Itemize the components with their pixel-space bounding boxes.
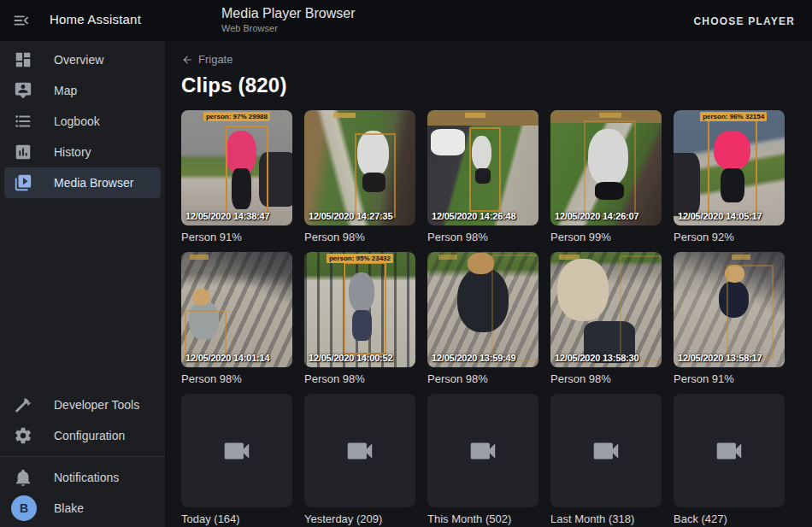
detection-bounding-box xyxy=(226,126,268,218)
clip-thumbnail-patio-kneel[interactable]: 12/05/2020 13:59:49 xyxy=(427,252,538,367)
clip-thumbnail-street-stroller[interactable]: person: 97% 2998812/05/2020 14:38:47 xyxy=(181,110,292,225)
clip-cell: 12/05/2020 13:59:49Person 98% xyxy=(427,252,538,385)
clip-timestamp: 12/05/2020 14:38:47 xyxy=(185,211,269,221)
gear-icon xyxy=(14,426,32,445)
page-header-subtitle: Web Browser xyxy=(221,23,278,33)
sidebar-item-label: History xyxy=(54,145,91,159)
sidebar: OverviewMapLogbookHistoryMedia Browser D… xyxy=(0,41,166,527)
chart-box-icon xyxy=(14,143,32,161)
sidebar-item-label: Overview xyxy=(54,53,103,67)
video-icon xyxy=(713,435,745,467)
clip-timestamp: 12/05/2020 14:00:52 xyxy=(309,353,392,363)
detection-bounding-box xyxy=(584,120,636,217)
folder-tile-last-month-318[interactable] xyxy=(550,394,662,507)
hammer-icon xyxy=(14,395,32,414)
sidebar-divider xyxy=(0,456,165,457)
play-box-multiple-icon xyxy=(14,173,32,192)
clip-timestamp: 12/05/2020 13:58:17 xyxy=(678,353,762,363)
sidebar-item-label: Map xyxy=(54,84,77,97)
sidebar-item-profile[interactable]: B Blake xyxy=(4,493,161,524)
clip-caption: Person 92% xyxy=(674,231,785,243)
folder-cell: Yesterday (209) xyxy=(304,394,415,525)
video-icon xyxy=(344,435,376,467)
clips-grid: person: 97% 2998812/05/2020 14:38:47Pers… xyxy=(181,110,812,525)
clip-timestamp: 12/05/2020 13:58:30 xyxy=(555,353,638,363)
folder-tile-this-month-502[interactable] xyxy=(427,394,538,507)
video-icon xyxy=(221,435,253,467)
clip-timestamp: 12/05/2020 14:05:17 xyxy=(678,211,762,221)
folder-tile-today-164[interactable] xyxy=(181,394,292,507)
sidebar-item-notifications[interactable]: Notifications xyxy=(4,462,161,493)
page-header-title: Media Player Browser xyxy=(221,6,356,21)
clip-thumbnail-street-crossing[interactable]: person: 96% 3215412/05/2020 14:05:17 xyxy=(674,110,785,225)
clip-cell: person: 95% 2343212/05/2020 14:00:52Pers… xyxy=(304,252,415,385)
clip-caption: Person 99% xyxy=(550,231,662,243)
clip-thumbnail-patio-stroller[interactable]: 12/05/2020 13:58:30 xyxy=(550,252,662,367)
clip-thumbnail-porch-step[interactable]: 12/05/2020 14:27:35 xyxy=(304,110,415,225)
clip-thumbnail-garage-front[interactable]: 12/05/2020 14:26:48 xyxy=(427,110,538,225)
sidebar-item-map[interactable]: Map xyxy=(4,75,161,106)
menu-open-icon xyxy=(12,18,31,32)
clip-cell: 12/05/2020 13:58:30Person 98% xyxy=(550,252,662,385)
clip-caption: Person 98% xyxy=(427,372,538,385)
person-figure xyxy=(468,253,494,273)
clip-caption: Person 91% xyxy=(181,231,292,243)
video-icon xyxy=(467,435,499,467)
sidebar-item-label: Notifications xyxy=(54,471,119,484)
sidebar-item-label: Developer Tools xyxy=(54,398,139,412)
clip-caption: Person 98% xyxy=(427,231,538,243)
folder-cell: This Month (502) xyxy=(427,394,538,525)
clip-caption: Person 98% xyxy=(304,372,415,385)
app-header: Home Assistant Media Player Browser Web … xyxy=(0,0,812,41)
clip-caption: Person 98% xyxy=(181,372,292,385)
detection-label: person: 96% 32154 xyxy=(700,112,767,121)
user-avatar: B xyxy=(11,495,37,521)
person-figure xyxy=(557,259,609,321)
breadcrumb-back[interactable]: Frigate xyxy=(181,53,232,66)
clip-cell: 12/05/2020 14:26:48Person 98% xyxy=(427,110,538,243)
clip-cell: person: 96% 3215412/05/2020 14:05:17Pers… xyxy=(674,110,785,243)
clip-timestamp: 12/05/2020 14:01:14 xyxy=(185,353,269,363)
detection-label: person: 95% 23432 xyxy=(327,254,393,263)
detection-bounding-box xyxy=(708,120,756,218)
video-icon xyxy=(590,435,622,467)
clip-thumbnail-walkway-back[interactable]: 12/05/2020 14:26:07 xyxy=(550,110,662,225)
detection-bounding-box xyxy=(355,133,396,218)
person-figure xyxy=(192,289,210,306)
folder-label: Last Month (318) xyxy=(550,512,662,525)
clip-cell: 12/05/2020 14:26:07Person 99% xyxy=(550,110,662,243)
folder-label: Back (427) xyxy=(674,512,785,525)
page-title: Clips (820) xyxy=(181,73,812,97)
folder-cell: Last Month (318) xyxy=(550,394,662,525)
view-dashboard-icon xyxy=(14,50,32,69)
choose-player-button[interactable]: CHOOSE PLAYER xyxy=(688,12,800,31)
clip-thumbnail-patio-toddler[interactable]: 12/05/2020 13:58:17 xyxy=(674,252,785,367)
clip-thumbnail-fence-child[interactable]: person: 95% 2343212/05/2020 14:00:52 xyxy=(304,252,415,367)
folder-label: This Month (502) xyxy=(427,512,538,525)
sidebar-item-logbook[interactable]: Logbook xyxy=(4,106,161,137)
sidebar-toggle-button[interactable] xyxy=(12,11,32,32)
clip-cell: 12/05/2020 14:01:14Person 98% xyxy=(181,252,292,385)
clip-caption: Person 98% xyxy=(304,231,415,243)
detection-label: person: 97% 29988 xyxy=(203,112,270,121)
sidebar-item-history[interactable]: History xyxy=(4,137,161,167)
map-account-icon xyxy=(14,81,32,100)
clip-timestamp: 12/05/2020 14:27:35 xyxy=(309,211,392,221)
sidebar-item-label: Logbook xyxy=(54,114,100,128)
folder-cell: Back (427) xyxy=(674,394,785,525)
sidebar-item-media-browser[interactable]: Media Browser xyxy=(4,167,161,198)
bell-icon xyxy=(14,468,32,487)
detection-bounding-box xyxy=(727,265,774,360)
arrow-left-icon xyxy=(181,54,193,66)
sidebar-item-configuration[interactable]: Configuration xyxy=(4,420,161,451)
clip-timestamp: 12/05/2020 14:26:48 xyxy=(432,211,515,221)
sidebar-item-developer-tools[interactable]: Developer Tools xyxy=(4,389,161,420)
detection-bounding-box xyxy=(344,262,387,354)
sidebar-item-overview[interactable]: Overview xyxy=(4,44,161,75)
detection-bounding-box xyxy=(469,127,501,212)
folder-tile-yesterday-209[interactable] xyxy=(304,394,415,507)
breadcrumb-label: Frigate xyxy=(198,53,232,66)
profile-name: Blake xyxy=(54,501,84,515)
folder-tile-back-427[interactable] xyxy=(674,394,785,507)
clip-thumbnail-patio-child[interactable]: 12/05/2020 14:01:14 xyxy=(181,252,292,367)
